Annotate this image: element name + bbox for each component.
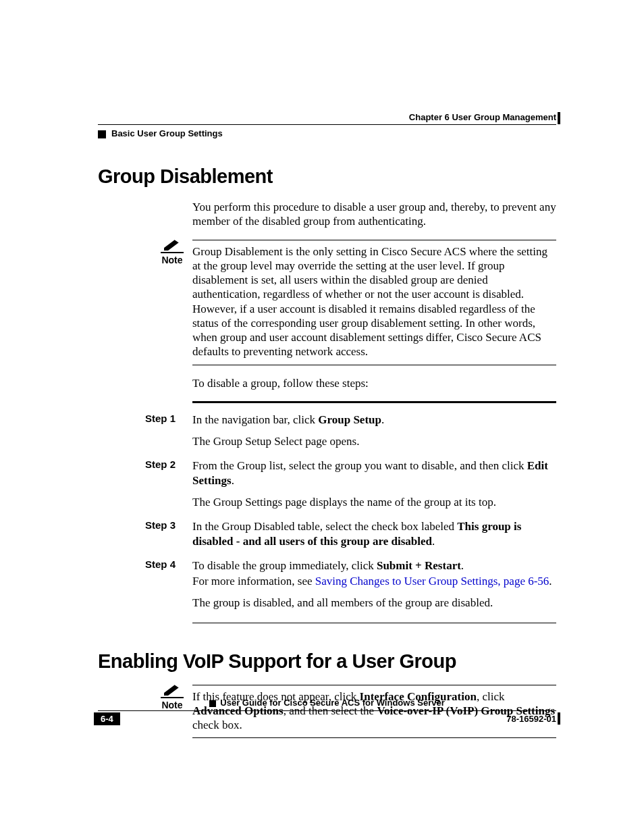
chapter-label: Chapter 6 User Group Management bbox=[409, 112, 556, 122]
document-number: 78-16592-01 bbox=[506, 714, 556, 724]
section-square-icon bbox=[98, 130, 106, 138]
link-saving-changes[interactable]: Saving Changes to User Group Settings, p… bbox=[315, 575, 549, 588]
step-1: Step 1 In the navigation bar, click Grou… bbox=[145, 413, 556, 449]
step-2-line-a: From the Group list, select the group yo… bbox=[192, 459, 556, 488]
footer-crop-mark bbox=[558, 712, 560, 725]
steps-lead: To disable a group, follow these steps: bbox=[192, 376, 556, 390]
steps-top-rule bbox=[192, 401, 556, 403]
intro-paragraph: You perform this procedure to disable a … bbox=[192, 200, 556, 229]
page-content: Group Disablement You perform this proce… bbox=[98, 165, 556, 738]
header-rule bbox=[98, 124, 556, 125]
step-4-line-a: To disable the group immediately, click … bbox=[192, 558, 556, 573]
pencil-note-icon: Note bbox=[159, 238, 186, 265]
step-number: Step 2 bbox=[145, 459, 184, 470]
running-header: Chapter 6 User Group Management bbox=[98, 112, 556, 122]
document-page: Chapter 6 User Group Management Basic Us… bbox=[0, 0, 644, 834]
step-3-line: In the Group Disabled table, select the … bbox=[192, 519, 556, 549]
footer-title: User Guide for Cisco Secure ACS for Wind… bbox=[98, 698, 556, 708]
heading-group-disablement: Group Disablement bbox=[98, 165, 556, 188]
step-3: Step 3 In the Group Disabled table, sele… bbox=[145, 519, 556, 549]
step-4: Step 4 To disable the group immediately,… bbox=[145, 558, 556, 610]
note-body: Group Disablement is the only setting in… bbox=[192, 240, 556, 365]
footer-rule bbox=[98, 710, 556, 711]
page-footer: User Guide for Cisco Secure ACS for Wind… bbox=[98, 698, 556, 726]
heading-voip-support: Enabling VoIP Support for a User Group bbox=[98, 650, 556, 673]
section-breadcrumb: Basic User Group Settings bbox=[98, 128, 223, 138]
header-crop-mark bbox=[558, 112, 560, 124]
step-number: Step 4 bbox=[145, 558, 184, 570]
note-label: Note bbox=[159, 255, 186, 265]
step-4-line-b: For more information, see Saving Changes… bbox=[192, 574, 556, 589]
step-1-line-a: In the navigation bar, click Group Setup… bbox=[192, 413, 556, 427]
step-2-line-b: The Group Settings page displays the nam… bbox=[192, 495, 556, 510]
step-number: Step 3 bbox=[145, 519, 184, 531]
steps-bottom-rule bbox=[192, 623, 556, 623]
step-4-line-c: The group is disabled, and all members o… bbox=[192, 596, 556, 610]
note-block: Note Group Disablement is the only setti… bbox=[159, 240, 556, 365]
step-number: Step 1 bbox=[145, 413, 184, 424]
step-2: Step 2 From the Group list, select the g… bbox=[145, 459, 556, 510]
page-number: 6-4 bbox=[94, 712, 120, 725]
steps-list: Step 1 In the navigation bar, click Grou… bbox=[145, 413, 556, 610]
footer-square-icon bbox=[209, 700, 216, 707]
step-1-line-b: The Group Setup Select page opens. bbox=[192, 434, 556, 449]
section-label: Basic User Group Settings bbox=[111, 128, 223, 138]
